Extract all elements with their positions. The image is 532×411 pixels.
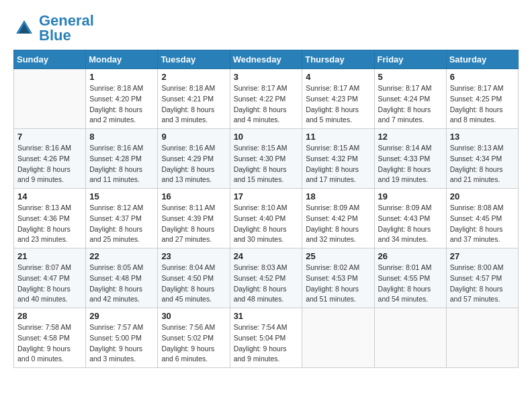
weekday-thursday: Thursday (302, 50, 374, 69)
day-cell: 22Sunrise: 8:05 AMSunset: 4:48 PMDayligh… (86, 248, 158, 308)
weekday-header-row: SundayMondayTuesdayWednesdayThursdayFrid… (14, 50, 519, 69)
week-row-3: 14Sunrise: 8:13 AMSunset: 4:36 PMDayligh… (14, 189, 519, 248)
day-info: Sunrise: 8:04 AMSunset: 4:50 PMDaylight:… (161, 263, 226, 305)
day-number: 21 (17, 251, 82, 261)
day-info: Sunrise: 8:01 AMSunset: 4:55 PMDaylight:… (378, 263, 443, 305)
day-number: 20 (450, 191, 515, 201)
day-info: Sunrise: 8:17 AMSunset: 4:23 PMDaylight:… (306, 83, 370, 126)
day-cell: 6Sunrise: 8:17 AMSunset: 4:25 PMDaylight… (446, 69, 518, 129)
day-number: 3 (234, 72, 299, 82)
weekday-monday: Monday (86, 50, 158, 69)
day-cell: 15Sunrise: 8:12 AMSunset: 4:37 PMDayligh… (86, 189, 158, 248)
logo-icon (13, 17, 35, 39)
day-info: Sunrise: 8:18 AMSunset: 4:21 PMDaylight:… (161, 83, 226, 126)
day-info: Sunrise: 8:12 AMSunset: 4:37 PMDaylight:… (89, 203, 154, 245)
week-row-4: 21Sunrise: 8:07 AMSunset: 4:47 PMDayligh… (14, 248, 519, 308)
day-number: 5 (378, 72, 443, 82)
day-number: 4 (306, 72, 370, 82)
day-number: 30 (161, 311, 226, 321)
day-cell: 18Sunrise: 8:09 AMSunset: 4:42 PMDayligh… (302, 189, 374, 248)
week-row-1: 1Sunrise: 8:18 AMSunset: 4:20 PMDaylight… (14, 69, 519, 129)
calendar-table: SundayMondayTuesdayWednesdayThursdayFrid… (13, 50, 519, 368)
day-number: 11 (306, 132, 370, 142)
day-cell (374, 308, 446, 368)
day-cell: 11Sunrise: 8:15 AMSunset: 4:32 PMDayligh… (302, 129, 374, 189)
day-cell: 3Sunrise: 8:17 AMSunset: 4:22 PMDaylight… (230, 69, 302, 129)
weekday-wednesday: Wednesday (230, 50, 302, 69)
day-number: 2 (161, 72, 226, 82)
day-number: 8 (89, 132, 154, 142)
day-cell: 27Sunrise: 8:00 AMSunset: 4:57 PMDayligh… (446, 248, 518, 308)
weekday-sunday: Sunday (14, 50, 86, 69)
day-cell: 24Sunrise: 8:03 AMSunset: 4:52 PMDayligh… (230, 248, 302, 308)
day-number: 24 (234, 251, 299, 261)
day-cell: 16Sunrise: 8:11 AMSunset: 4:39 PMDayligh… (158, 189, 230, 248)
day-cell: 25Sunrise: 8:02 AMSunset: 4:53 PMDayligh… (302, 248, 374, 308)
day-number: 22 (89, 251, 154, 261)
day-info: Sunrise: 8:17 AMSunset: 4:22 PMDaylight:… (234, 83, 299, 126)
day-cell: 19Sunrise: 8:09 AMSunset: 4:43 PMDayligh… (374, 189, 446, 248)
weekday-saturday: Saturday (446, 50, 518, 69)
day-number: 9 (161, 132, 226, 142)
day-cell: 29Sunrise: 7:57 AMSunset: 5:00 PMDayligh… (86, 308, 158, 368)
day-info: Sunrise: 8:15 AMSunset: 4:32 PMDaylight:… (306, 143, 370, 185)
logo: GeneralBlue (13, 13, 94, 43)
day-number: 10 (234, 132, 299, 142)
day-cell: 1Sunrise: 8:18 AMSunset: 4:20 PMDaylight… (86, 69, 158, 129)
day-info: Sunrise: 7:54 AMSunset: 5:04 PMDaylight:… (234, 322, 299, 365)
day-cell: 26Sunrise: 8:01 AMSunset: 4:55 PMDayligh… (374, 248, 446, 308)
day-cell: 17Sunrise: 8:10 AMSunset: 4:40 PMDayligh… (230, 189, 302, 248)
day-cell: 30Sunrise: 7:56 AMSunset: 5:02 PMDayligh… (158, 308, 230, 368)
day-cell: 20Sunrise: 8:08 AMSunset: 4:45 PMDayligh… (446, 189, 518, 248)
day-info: Sunrise: 8:02 AMSunset: 4:53 PMDaylight:… (306, 263, 370, 305)
weekday-friday: Friday (374, 50, 446, 69)
day-number: 28 (17, 311, 82, 321)
day-number: 15 (89, 191, 154, 201)
day-info: Sunrise: 8:00 AMSunset: 4:57 PMDaylight:… (450, 263, 515, 305)
day-number: 7 (17, 132, 82, 142)
day-cell (302, 308, 374, 368)
day-info: Sunrise: 8:03 AMSunset: 4:52 PMDaylight:… (234, 263, 299, 305)
day-info: Sunrise: 8:13 AMSunset: 4:36 PMDaylight:… (17, 203, 82, 245)
page-header: GeneralBlue (13, 13, 519, 43)
day-cell: 8Sunrise: 8:16 AMSunset: 4:28 PMDaylight… (86, 129, 158, 189)
day-info: Sunrise: 8:17 AMSunset: 4:25 PMDaylight:… (450, 83, 515, 126)
day-info: Sunrise: 8:18 AMSunset: 4:20 PMDaylight:… (89, 83, 154, 126)
weekday-tuesday: Tuesday (158, 50, 230, 69)
day-number: 29 (89, 311, 154, 321)
day-cell: 28Sunrise: 7:58 AMSunset: 4:58 PMDayligh… (14, 308, 86, 368)
day-number: 17 (234, 191, 299, 201)
day-cell: 10Sunrise: 8:15 AMSunset: 4:30 PMDayligh… (230, 129, 302, 189)
day-cell: 5Sunrise: 8:17 AMSunset: 4:24 PMDaylight… (374, 69, 446, 129)
day-number: 31 (234, 311, 299, 321)
day-info: Sunrise: 8:11 AMSunset: 4:39 PMDaylight:… (161, 203, 226, 245)
day-info: Sunrise: 8:15 AMSunset: 4:30 PMDaylight:… (234, 143, 299, 185)
day-info: Sunrise: 8:07 AMSunset: 4:47 PMDaylight:… (17, 263, 82, 305)
day-cell: 7Sunrise: 8:16 AMSunset: 4:26 PMDaylight… (14, 129, 86, 189)
day-cell: 12Sunrise: 8:14 AMSunset: 4:33 PMDayligh… (374, 129, 446, 189)
day-cell: 23Sunrise: 8:04 AMSunset: 4:50 PMDayligh… (158, 248, 230, 308)
day-info: Sunrise: 7:56 AMSunset: 5:02 PMDaylight:… (161, 322, 226, 365)
day-info: Sunrise: 8:16 AMSunset: 4:28 PMDaylight:… (89, 143, 154, 185)
week-row-2: 7Sunrise: 8:16 AMSunset: 4:26 PMDaylight… (14, 129, 519, 189)
day-cell: 4Sunrise: 8:17 AMSunset: 4:23 PMDaylight… (302, 69, 374, 129)
day-info: Sunrise: 7:58 AMSunset: 4:58 PMDaylight:… (17, 322, 82, 365)
day-info: Sunrise: 8:09 AMSunset: 4:43 PMDaylight:… (378, 203, 443, 245)
day-number: 14 (17, 191, 82, 201)
day-number: 25 (306, 251, 370, 261)
week-row-5: 28Sunrise: 7:58 AMSunset: 4:58 PMDayligh… (14, 308, 519, 368)
day-info: Sunrise: 7:57 AMSunset: 5:00 PMDaylight:… (89, 322, 154, 365)
day-info: Sunrise: 8:16 AMSunset: 4:26 PMDaylight:… (17, 143, 82, 185)
day-cell (14, 69, 86, 129)
day-cell: 31Sunrise: 7:54 AMSunset: 5:04 PMDayligh… (230, 308, 302, 368)
day-number: 19 (378, 191, 443, 201)
day-cell: 9Sunrise: 8:16 AMSunset: 4:29 PMDaylight… (158, 129, 230, 189)
day-cell: 14Sunrise: 8:13 AMSunset: 4:36 PMDayligh… (14, 189, 86, 248)
day-info: Sunrise: 8:10 AMSunset: 4:40 PMDaylight:… (234, 203, 299, 245)
day-number: 6 (450, 72, 515, 82)
day-info: Sunrise: 8:05 AMSunset: 4:48 PMDaylight:… (89, 263, 154, 305)
day-info: Sunrise: 8:14 AMSunset: 4:33 PMDaylight:… (378, 143, 443, 185)
day-cell: 13Sunrise: 8:13 AMSunset: 4:34 PMDayligh… (446, 129, 518, 189)
day-number: 27 (450, 251, 515, 261)
day-number: 26 (378, 251, 443, 261)
